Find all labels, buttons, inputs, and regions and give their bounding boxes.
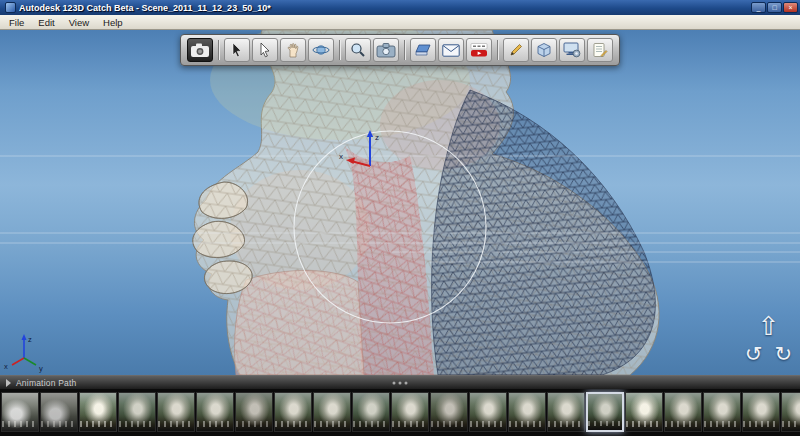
filmstrip-thumbnail[interactable] [313,392,351,432]
filmstrip-thumbnail[interactable] [352,392,390,432]
notepad-icon [592,42,608,58]
filmstrip-thumbnail[interactable] [1,392,39,432]
mesh-wireframe: z x z x y [0,30,800,375]
expand-triangle-icon [6,379,11,387]
filmstrip-thumbnail[interactable] [742,392,780,432]
filmstrip-thumbnail[interactable] [508,392,546,432]
animation-path-bar[interactable]: Animation Path [0,375,800,389]
window-title: Autodesk 123D Catch Beta - Scene_2011_11… [19,3,751,13]
filmstrip-thumbnail[interactable] [469,392,507,432]
filmstrip-thumbnail[interactable] [664,392,702,432]
filmstrip-thumbnail[interactable] [430,392,468,432]
cursor-alt-icon [257,42,273,58]
filmstrip-thumbnail[interactable] [79,392,117,432]
menu-help[interactable]: Help [96,17,130,28]
title-bar[interactable]: Autodesk 123D Catch Beta - Scene_2011_11… [0,0,800,15]
youtube-icon [470,43,488,57]
share-youtube-button[interactable] [466,38,492,62]
window-controls: _ □ × [751,2,798,13]
rotate-controls: ↺ ↻ [745,343,792,365]
filmstrip-thumbnail[interactable] [40,392,78,432]
magnifier-icon [350,42,366,58]
rotate-left-arrow[interactable]: ↺ [745,343,763,365]
cursor-icon [229,42,245,58]
menu-file[interactable]: File [2,17,31,28]
filmstrip-thumbnail[interactable] [547,392,585,432]
select-alt-button[interactable] [252,38,278,62]
axis-triad: z x y [4,334,43,373]
app-window: Autodesk 123D Catch Beta - Scene_2011_11… [0,0,800,436]
gizmo-x-label: x [339,152,343,161]
snapshot-camera-icon [376,42,396,58]
triad-x-label: x [4,362,8,371]
orbit-icon [312,41,330,59]
eraser-button[interactable] [410,38,436,62]
minimize-button[interactable]: _ [751,2,766,13]
filmstrip-thumbnail[interactable] [781,392,800,432]
mesh-cube-button[interactable] [531,38,557,62]
filmstrip-thumbnail[interactable] [391,392,429,432]
capture-photo-button[interactable] [187,38,213,62]
animation-path-label: Animation Path [16,378,76,388]
filmstrip-thumbnail[interactable] [625,392,663,432]
floating-toolbar [180,34,620,66]
notes-button[interactable] [587,38,613,62]
viewport-3d[interactable]: z x z x y [0,30,800,375]
envelope-icon [442,44,460,57]
toolbar-separator [404,40,405,60]
orbit-button[interactable] [308,38,334,62]
maximize-button[interactable]: □ [767,2,782,13]
toolbar-separator [218,40,219,60]
pan-hand-icon [285,42,301,58]
snapshot-button[interactable] [373,38,399,62]
filmstrip-thumbnail[interactable] [196,392,234,432]
filmstrip [0,389,800,436]
annotate-button[interactable] [503,38,529,62]
share-email-button[interactable] [438,38,464,62]
menu-bar: File Edit View Help [0,15,800,30]
triad-z-label: z [28,335,32,344]
view-navigation: ⇧ ↺ ↻ [745,313,792,365]
triad-y-label: y [39,364,43,373]
pan-up-arrow[interactable]: ⇧ [757,313,779,339]
rotate-right-arrow[interactable]: ↻ [774,343,792,365]
app-icon [5,2,16,13]
filmstrip-handle-dots[interactable] [393,381,408,384]
pan-button[interactable] [280,38,306,62]
statue-dark-mesh [432,90,656,375]
close-button[interactable]: × [783,2,798,13]
toolbar-separator [339,40,340,60]
toolbar-separator [497,40,498,60]
menu-view[interactable]: View [62,17,96,28]
select-button[interactable] [224,38,250,62]
statue-face-bumps [193,182,252,294]
filmstrip-thumbnail[interactable] [235,392,273,432]
filmstrip-thumbnail-selected[interactable] [586,392,624,432]
gizmo-z-label: z [375,133,379,142]
display-gear-icon [563,42,581,58]
camera-icon [190,42,210,58]
filmstrip-thumbnail[interactable] [118,392,156,432]
filmstrip-thumbnail[interactable] [157,392,195,432]
filmstrip-thumbnail[interactable] [703,392,741,432]
eraser-icon [414,43,432,57]
menu-edit[interactable]: Edit [31,17,61,28]
cube-icon [536,42,552,58]
filmstrip-thumbnail[interactable] [274,392,312,432]
pen-icon [508,42,524,58]
zoom-button[interactable] [345,38,371,62]
display-settings-button[interactable] [559,38,585,62]
